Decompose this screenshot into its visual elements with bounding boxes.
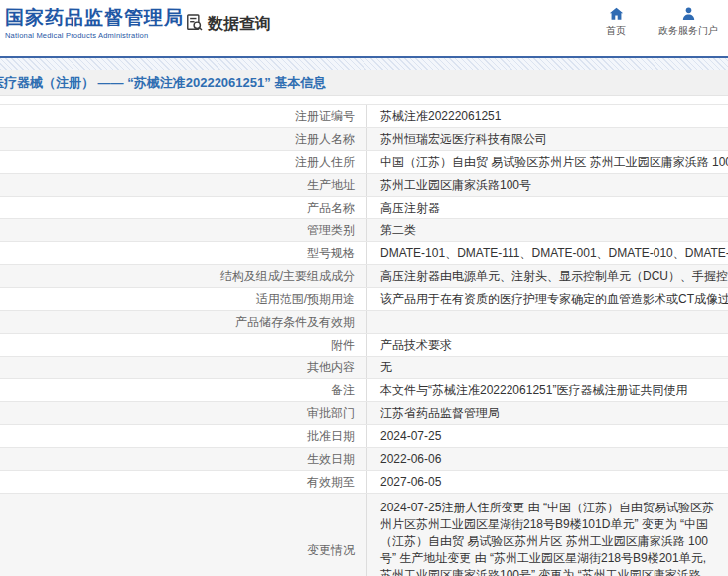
row-label: 审批部门 [0, 402, 367, 424]
home-button[interactable]: 首页 [599, 6, 633, 38]
row-value: 无 [367, 357, 728, 378]
header-right: 首页 政务服务门户 [599, 6, 718, 38]
table-row: 备注本文件与“苏械注准20222061251”医疗器械注册证共同使用 [0, 379, 728, 402]
table-row: 结构及组成/主要组成成分高压注射器由电源单元、注射头、显示控制单元（DCU）、手… [0, 265, 728, 288]
row-value: 2027-06-05 [367, 471, 728, 493]
row-value: 2024-07-25注册人住所变更 由 “中国（江苏）自由贸易试验区苏州片区苏州… [367, 494, 728, 576]
row-label: 注册证编号 [0, 105, 367, 127]
row-label: 批准日期 [0, 425, 367, 447]
row-label: 其他内容 [0, 357, 367, 378]
row-value: 2024-07-25 [367, 425, 728, 447]
table-row: 附件产品技术要求 [0, 334, 728, 357]
decorative-strip [0, 58, 728, 70]
table-row: 审批部门江苏省药品监督管理局 [0, 402, 728, 425]
table-row: 产品储存条件及有效期 [0, 311, 728, 334]
row-value: 江苏省药品监督管理局 [367, 402, 728, 424]
user-icon [680, 6, 697, 22]
row-label: 管理类别 [0, 219, 367, 241]
title-gap [0, 96, 728, 104]
home-icon [608, 6, 625, 22]
row-value: 高压注射器 [367, 197, 728, 218]
table-row: 其他内容无 [0, 357, 728, 379]
table-row: 管理类别第二类 [0, 219, 728, 242]
portal-button[interactable]: 政务服务门户 [658, 6, 718, 38]
logo-title-cn: 国家药品监督管理局 [5, 7, 184, 29]
row-label: 型号规格 [0, 242, 367, 264]
row-value: 产品技术要求 [367, 334, 728, 356]
row-label: 变更情况 [0, 494, 367, 576]
row-label: 备注 [0, 379, 367, 401]
row-label: 有效期至 [0, 471, 367, 493]
table-row: 变更情况2024-07-25注册人住所变更 由 “中国（江苏）自由贸易试验区苏州… [0, 494, 728, 576]
table-row: 注册证编号苏械注准20222061251 [0, 105, 728, 128]
row-value: 该产品用于在有资质的医疗护理专家确定的血管造影术或CT成像过程中向血管系统中注射… [367, 288, 728, 310]
home-label: 首页 [606, 24, 626, 38]
row-label: 产品名称 [0, 197, 367, 218]
header: 国家药品监督管理局 National Medical Products Admi… [0, 0, 728, 56]
doc-search-icon [185, 13, 204, 36]
row-label: 注册人名称 [0, 128, 367, 150]
row-label: 生效日期 [0, 448, 367, 470]
table-row: 生产地址苏州工业园区庸家浜路100号 [0, 174, 728, 197]
info-table: 注册证编号苏械注准20222061251注册人名称苏州恒瑞宏远医疗科技有限公司注… [0, 104, 728, 576]
row-value: 中国（江苏）自由贸 易试验区苏州片区 苏州工业园区庸家浜路 100 号 [367, 151, 728, 173]
table-row: 生效日期2022-06-06 [0, 448, 728, 471]
row-label: 附件 [0, 334, 367, 356]
row-value: 本文件与“苏械注准20222061251”医疗器械注册证共同使用 [367, 379, 728, 401]
table-row: 产品名称高压注射器 [0, 197, 728, 219]
data-query-label: 数据查询 [208, 14, 271, 35]
table-row: 有效期至2027-06-05 [0, 471, 728, 494]
data-query-nav[interactable]: 数据查询 [185, 13, 271, 36]
logo-title-en: National Medical Products Administration [5, 31, 184, 40]
table-row: 适用范围/预期用途该产品用于在有资质的医疗护理专家确定的血管造影术或CT成像过程… [0, 288, 728, 311]
row-label: 产品储存条件及有效期 [0, 311, 367, 333]
nmpa-logo[interactable]: 国家药品监督管理局 National Medical Products Admi… [5, 7, 184, 40]
table-row: 注册人名称苏州恒瑞宏远医疗科技有限公司 [0, 128, 728, 151]
table-row: 型号规格DMATE-101、DMATE-111、DMATE-001、DMATE-… [0, 242, 728, 265]
row-value: 苏州恒瑞宏远医疗科技有限公司 [367, 128, 728, 150]
row-label: 结构及组成/主要组成成分 [0, 265, 367, 287]
row-label: 适用范围/预期用途 [0, 288, 367, 310]
row-value: 第二类 [367, 219, 728, 241]
row-label: 注册人住所 [0, 151, 367, 173]
row-value: 2022-06-06 [367, 448, 728, 470]
row-value: 苏械注准20222061251 [367, 105, 728, 127]
row-value: 高压注射器由电源单元、注射头、显示控制单元（DCU）、手握控制器和线缆组成。 [367, 265, 728, 287]
row-value [367, 311, 728, 333]
page-title: 医疗器械（注册） —— “苏械注准20222061251” 基本信息 [0, 71, 326, 96]
title-bar: 医疗器械（注册） —— “苏械注准20222061251” 基本信息 [0, 70, 728, 96]
portal-label: 政务服务门户 [658, 24, 718, 38]
row-value: 苏州工业园区庸家浜路100号 [367, 174, 728, 196]
row-value: DMATE-101、DMATE-111、DMATE-001、DMATE-010、… [367, 242, 728, 264]
table-row: 批准日期2024-07-25 [0, 425, 728, 448]
row-label: 生产地址 [0, 174, 367, 196]
nmpa-data-query-page: 国家药品监督管理局 National Medical Products Admi… [0, 0, 728, 576]
table-row: 注册人住所中国（江苏）自由贸 易试验区苏州片区 苏州工业园区庸家浜路 100 号 [0, 151, 728, 174]
